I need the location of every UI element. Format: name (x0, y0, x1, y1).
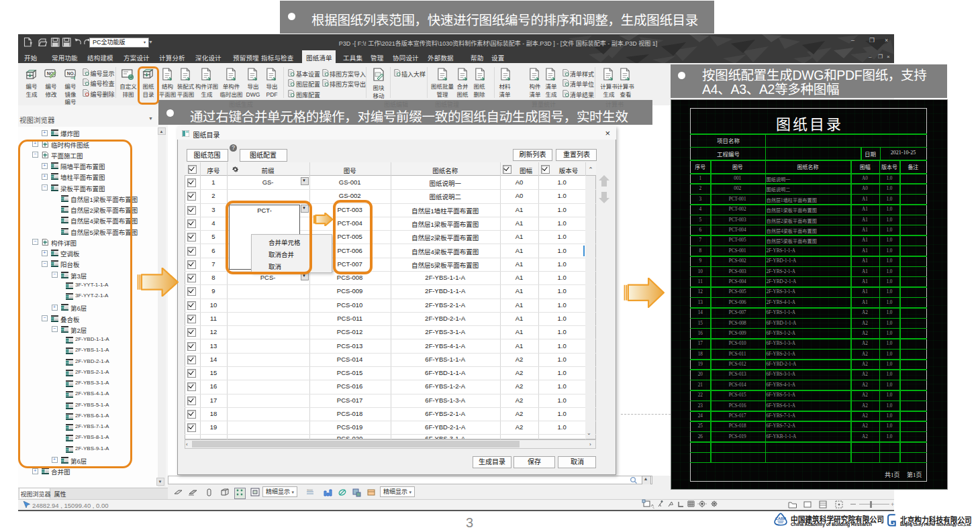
svg-text:CABR: CABR (775, 517, 786, 521)
svg-text:3000: 3000 (307, 488, 313, 492)
svg-text:NO.: NO. (66, 71, 75, 76)
